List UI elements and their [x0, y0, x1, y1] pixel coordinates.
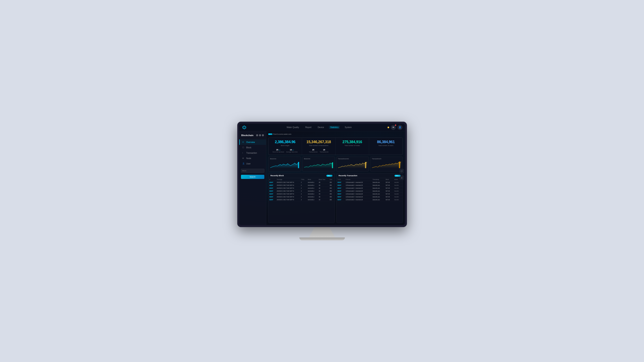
block-height-label: Block height: [271, 145, 299, 146]
col-timestamp: Timestamp: [372, 178, 384, 181]
recently-transaction-panel: Recently Transaction ALL Tx ID From-to T…: [336, 173, 403, 223]
block-height-sub: 25sec Since the last block 16sec Average…: [271, 147, 299, 153]
table-row[interactable]: 823472/8/2020 2:38:27 AM GMT+82mmmm0c.r4…: [268, 184, 334, 187]
charts-row: Block/min: [268, 157, 403, 171]
nav-report[interactable]: Report: [304, 126, 313, 129]
table-row[interactable]: 823472/8/2020 2:38:27 AM GMT+82mmmm0c.r4…: [268, 190, 334, 193]
stat-block-height: 2,386,384.96 Block height 25sec Since th…: [268, 138, 302, 155]
svg-marker-6: [372, 162, 401, 168]
recently-tx-title: Recently Transaction: [339, 175, 358, 177]
stat-total-users: 86,384,961 Total number of users: [369, 138, 402, 155]
top-navigation: Water Quality Report Device Statistics S…: [239, 124, 405, 131]
total-nodes-value: 275,384,916: [338, 140, 366, 144]
stats-row: 2,386,384.96 Block height 25sec Since th…: [268, 138, 403, 155]
col-time: Time/age: [276, 178, 300, 181]
block-table-header-row: # Time/age TXNs Miner Block Time Size: [268, 178, 334, 181]
recently-block-badge[interactable]: ALL: [326, 175, 332, 177]
nav-system[interactable]: System: [344, 126, 353, 129]
table-row[interactable]: 82347123newnode2 > newnew1232aecofs.ooo9…: [336, 181, 403, 184]
notification-badge: [395, 124, 396, 126]
total-tx-value: 15,346,267,318: [304, 140, 333, 144]
table-row[interactable]: 82347123newnode2 > newnew1232aecofs.ooo9…: [336, 198, 403, 201]
tx-per-block-sub: 18 Transactions/b: [320, 147, 328, 153]
table-row[interactable]: 82347123newnode2 > newnew1232aecofs.ooo9…: [336, 187, 403, 190]
nav-links: Water Quality Report Device Statistics S…: [251, 126, 388, 129]
block-icon: ⬡: [242, 146, 245, 149]
total-nodes-label: Total number of nodes: [338, 145, 366, 146]
sidebar-controls: [256, 134, 264, 136]
sidebar-maximize[interactable]: [259, 134, 261, 136]
recently-tx-header: Recently Transaction ALL: [336, 173, 403, 178]
table-row[interactable]: 82347123newnode2 > newnew1232aecofs.ooo9…: [336, 193, 403, 195]
col-tx-id: Tx ID: [336, 178, 345, 181]
table-row[interactable]: 82347123newnode2 > newnew1232aecofs.ooo9…: [336, 184, 403, 187]
sidebar-item-block[interactable]: ⬡ Block: [239, 145, 266, 150]
col-size: Size: [328, 178, 334, 181]
table-row[interactable]: 82347123newnode2 > newnew1232aecofs.ooo9…: [336, 190, 403, 193]
network-url: PeerO.ecomo.water.com: [273, 133, 292, 135]
nav-right-controls: ✉ 👤: [388, 125, 402, 130]
logo-icon: [242, 125, 247, 130]
node-icon: ⊕: [242, 157, 245, 159]
stat-total-transactions: 15,346,267,318 Total number of transacti…: [302, 138, 335, 155]
tables-section: Recently Block ALL # Time/age TXNs: [268, 173, 403, 223]
chart-block-min-1: Block/min: [268, 157, 301, 171]
chart-3-label: Transactions/min: [338, 158, 367, 159]
info-icon-btn[interactable]: ℹ: [400, 175, 404, 180]
svg-rect-1: [298, 162, 299, 168]
nav-water-quality[interactable]: Water Quality: [285, 126, 300, 129]
tx-table-body: 82347123newnode2 > newnew1232aecofs.ooo9…: [336, 181, 403, 201]
notifications-button[interactable]: ✉: [391, 125, 396, 130]
svg-rect-3: [332, 162, 333, 168]
network-badge: PeerO.ecomo.water.com: [268, 133, 403, 135]
sidebar-search-area: [241, 168, 264, 173]
nav-device[interactable]: Device: [316, 126, 326, 129]
recently-block-title: Recently Block: [270, 175, 284, 177]
recently-block-panel: Recently Block ALL # Time/age TXNs: [268, 173, 335, 223]
chart-tx-min: Transactions/min: [336, 157, 369, 171]
user-profile-button[interactable]: 👤: [398, 125, 402, 130]
tx-table-header-row: Tx ID From-to Timestamp Block Action: [336, 178, 403, 181]
col-block: Block: [384, 178, 393, 181]
status-dot: [388, 127, 389, 128]
col-miner: Miner: [307, 178, 318, 181]
tx-sub: 25 Transactions/s 18 Transactions/b: [304, 147, 333, 153]
chart-1-label: Block/min: [270, 158, 299, 159]
table-row[interactable]: 823472/8/2020 2:38:27 AM GMT+82mmmm0c.r4…: [268, 181, 334, 184]
chart-2-label: Block/min: [304, 158, 333, 159]
table-row[interactable]: 823472/8/2020 2:38:27 AM GMT+82mmmm0c.r4…: [268, 193, 334, 195]
sidebar-item-overview[interactable]: ⊙ Overview: [239, 139, 266, 145]
total-users-value: 86,384,961: [372, 140, 400, 144]
sidebar-close[interactable]: [262, 134, 264, 136]
chart-tx-hour: Transactions/h: [370, 157, 403, 171]
sidebar-item-node[interactable]: ⊕ Node: [239, 156, 266, 161]
transaction-icon: ↕: [242, 152, 245, 154]
sidebar-title: Blockchain: [241, 134, 254, 136]
network-status-dot: [268, 133, 272, 135]
svg-marker-2: [304, 162, 333, 168]
block-height-value: 2,386,384.96: [271, 140, 299, 144]
svg-rect-7: [399, 162, 400, 168]
total-users-label: Total number of users: [372, 145, 400, 146]
table-row[interactable]: 823472/8/2020 2:38:27 AM GMT+82mmmm0c.r4…: [268, 198, 334, 201]
col-txns: TXNs: [300, 178, 307, 181]
col-hash: #: [268, 178, 276, 181]
cube-icon-btn[interactable]: ⬡: [400, 169, 404, 173]
block-search-input[interactable]: [241, 169, 264, 173]
tx-per-sec-sub: 25 Transactions/s: [309, 147, 318, 153]
right-icons: ⬡ ℹ: [400, 169, 404, 180]
sidebar-minimize[interactable]: [256, 134, 258, 136]
chart-block-min-2: Block/min: [302, 157, 335, 171]
avg-block-time-sub: 16sec Average block time: [286, 147, 298, 153]
table-row[interactable]: 82347123newnode2 > newnew1232aecofs.ooo9…: [336, 195, 403, 198]
user-icon: 👤: [242, 162, 245, 165]
nav-statistics[interactable]: Statistics: [329, 126, 340, 129]
table-row[interactable]: 823472/8/2020 2:38:27 AM GMT+82mmmm0c.r4…: [268, 187, 334, 190]
sidebar-item-user[interactable]: 👤 User: [239, 161, 266, 166]
sidebar-item-transaction[interactable]: ↕ Transaction: [239, 150, 266, 156]
stat-total-nodes: 275,384,916 Total number of nodes: [336, 138, 369, 155]
search-button[interactable]: Search: [241, 175, 264, 179]
chart-4-label: Transactions/h: [372, 158, 401, 159]
table-row[interactable]: 823472/8/2020 2:38:27 AM GMT+82mmmm0c.r4…: [268, 195, 334, 198]
svg-rect-5: [365, 162, 366, 168]
